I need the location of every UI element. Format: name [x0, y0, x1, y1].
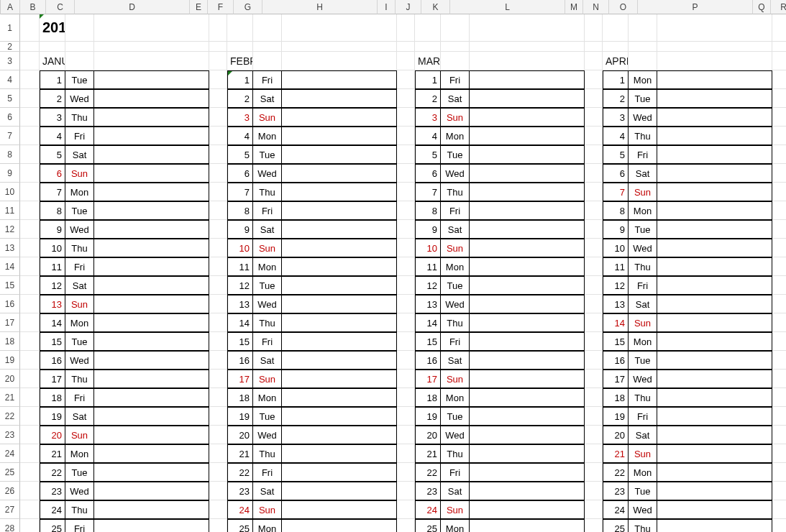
- cell-C3[interactable]: [65, 52, 94, 70]
- cell-P2[interactable]: [657, 42, 772, 52]
- day-num[interactable]: 18: [603, 388, 629, 407]
- cell-P3[interactable]: [657, 52, 772, 70]
- day-name[interactable]: Sun: [629, 444, 657, 463]
- cell-E7[interactable]: [209, 127, 227, 145]
- day-name[interactable]: Sun: [65, 426, 94, 444]
- day-name[interactable]: Mon: [441, 388, 470, 407]
- cell-Q2[interactable]: [772, 42, 786, 52]
- cell-E18[interactable]: [209, 332, 227, 351]
- cell-M19[interactable]: [585, 351, 603, 370]
- cell-M21[interactable]: [585, 388, 603, 407]
- day-notes[interactable]: [94, 220, 209, 239]
- day-num[interactable]: 5: [415, 145, 441, 164]
- cell-M24[interactable]: [585, 444, 603, 463]
- cell-I6[interactable]: [397, 108, 415, 127]
- day-notes[interactable]: [282, 388, 397, 407]
- cell-I27[interactable]: [397, 500, 415, 519]
- day-num[interactable]: 10: [603, 239, 629, 257]
- cell-G1[interactable]: [253, 14, 282, 42]
- cell-M27[interactable]: [585, 500, 603, 519]
- day-notes[interactable]: [657, 388, 772, 407]
- day-num[interactable]: 21: [603, 444, 629, 463]
- cell-E1[interactable]: [209, 14, 227, 42]
- day-notes[interactable]: [282, 70, 397, 89]
- day-num[interactable]: 4: [603, 127, 629, 145]
- row-header-26[interactable]: 26: [0, 482, 20, 500]
- cell-M6[interactable]: [585, 108, 603, 127]
- day-name[interactable]: Wed: [253, 164, 282, 183]
- cell-I25[interactable]: [397, 463, 415, 482]
- cell-E21[interactable]: [209, 388, 227, 407]
- day-num[interactable]: 21: [415, 444, 441, 463]
- cell-Q4[interactable]: [772, 70, 786, 89]
- cell-Q9[interactable]: [772, 164, 786, 183]
- day-notes[interactable]: [94, 127, 209, 145]
- day-notes[interactable]: [657, 370, 772, 388]
- day-num[interactable]: 5: [40, 145, 65, 164]
- day-notes[interactable]: [657, 407, 772, 426]
- cell-N1[interactable]: [603, 14, 629, 42]
- month-march[interactable]: MARCH: [415, 52, 441, 70]
- day-name[interactable]: Sat: [253, 220, 282, 239]
- day-notes[interactable]: [94, 183, 209, 201]
- cell-E6[interactable]: [209, 108, 227, 127]
- day-name[interactable]: Fri: [441, 332, 470, 351]
- day-num[interactable]: 1: [603, 70, 629, 89]
- cell-I13[interactable]: [397, 239, 415, 257]
- day-notes[interactable]: [657, 519, 772, 532]
- cell-Q6[interactable]: [772, 108, 786, 127]
- cell-H1[interactable]: [282, 14, 397, 42]
- row-header-28[interactable]: 28: [0, 519, 20, 532]
- day-name[interactable]: Wed: [629, 108, 657, 127]
- day-name[interactable]: Mon: [253, 257, 282, 276]
- cell-M10[interactable]: [585, 183, 603, 201]
- day-name[interactable]: Mon: [253, 388, 282, 407]
- cell-Q19[interactable]: [772, 351, 786, 370]
- month-january[interactable]: JANUARY: [40, 52, 65, 70]
- cell-E24[interactable]: [209, 444, 227, 463]
- row-header-7[interactable]: 7: [0, 127, 20, 145]
- day-num[interactable]: 20: [40, 426, 65, 444]
- day-num[interactable]: 6: [603, 164, 629, 183]
- day-num[interactable]: 16: [603, 351, 629, 370]
- cell-J1[interactable]: [415, 14, 441, 42]
- cell-E16[interactable]: [209, 295, 227, 313]
- day-name[interactable]: Sat: [65, 276, 94, 295]
- cell-A6[interactable]: [20, 108, 40, 127]
- day-num[interactable]: 6: [40, 164, 65, 183]
- day-num[interactable]: 24: [227, 500, 253, 519]
- cell-A22[interactable]: [20, 407, 40, 426]
- day-num[interactable]: 10: [415, 239, 441, 257]
- day-num[interactable]: 4: [415, 127, 441, 145]
- day-num[interactable]: 2: [603, 89, 629, 108]
- day-notes[interactable]: [470, 407, 585, 426]
- day-num[interactable]: 8: [603, 201, 629, 220]
- cell-I19[interactable]: [397, 351, 415, 370]
- day-num[interactable]: 9: [415, 220, 441, 239]
- cell-I16[interactable]: [397, 295, 415, 313]
- cell-Q11[interactable]: [772, 201, 786, 220]
- col-header-E[interactable]: E: [190, 0, 208, 14]
- day-name[interactable]: Sun: [253, 108, 282, 127]
- day-num[interactable]: 3: [415, 108, 441, 127]
- cell-M12[interactable]: [585, 220, 603, 239]
- cell-C1[interactable]: [65, 14, 94, 42]
- day-num[interactable]: 5: [227, 145, 253, 164]
- cell-Q22[interactable]: [772, 407, 786, 426]
- cell-Q13[interactable]: [772, 239, 786, 257]
- day-num[interactable]: 9: [40, 220, 65, 239]
- day-notes[interactable]: [470, 127, 585, 145]
- day-num[interactable]: 24: [603, 500, 629, 519]
- cell-Q24[interactable]: [772, 444, 786, 463]
- day-name[interactable]: Mon: [65, 313, 94, 332]
- col-header-K[interactable]: K: [421, 0, 450, 14]
- day-num[interactable]: 13: [227, 295, 253, 313]
- cell-E5[interactable]: [209, 89, 227, 108]
- day-name[interactable]: Fri: [629, 407, 657, 426]
- row-header-8[interactable]: 8: [0, 145, 20, 164]
- day-num[interactable]: 19: [40, 407, 65, 426]
- day-num[interactable]: 24: [415, 500, 441, 519]
- day-notes[interactable]: [470, 183, 585, 201]
- month-april[interactable]: APRIL: [603, 52, 629, 70]
- day-name[interactable]: Fri: [253, 463, 282, 482]
